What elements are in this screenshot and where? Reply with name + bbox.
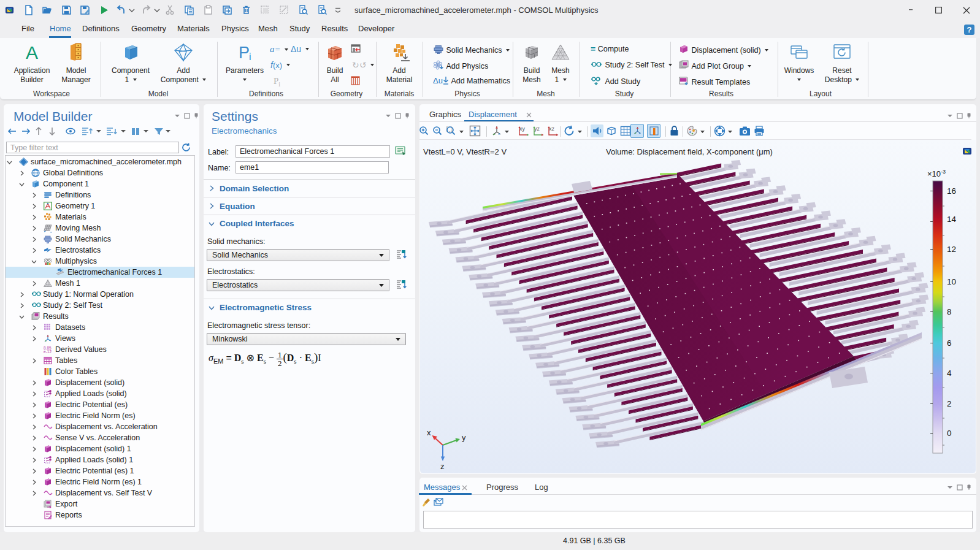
svg-text:xy: xy (519, 126, 526, 132)
svg-text:yz: yz (534, 126, 540, 132)
svg-text:e-12: e-12 (44, 349, 52, 354)
svg-text:A: A (26, 43, 38, 63)
svg-text:xz: xz (549, 126, 555, 132)
svg-text:P: P (239, 44, 250, 62)
svg-text:y: y (462, 433, 466, 442)
svg-text:x: x (427, 428, 431, 437)
svg-text:z: z (440, 462, 445, 471)
svg-text:i: i (249, 52, 251, 62)
